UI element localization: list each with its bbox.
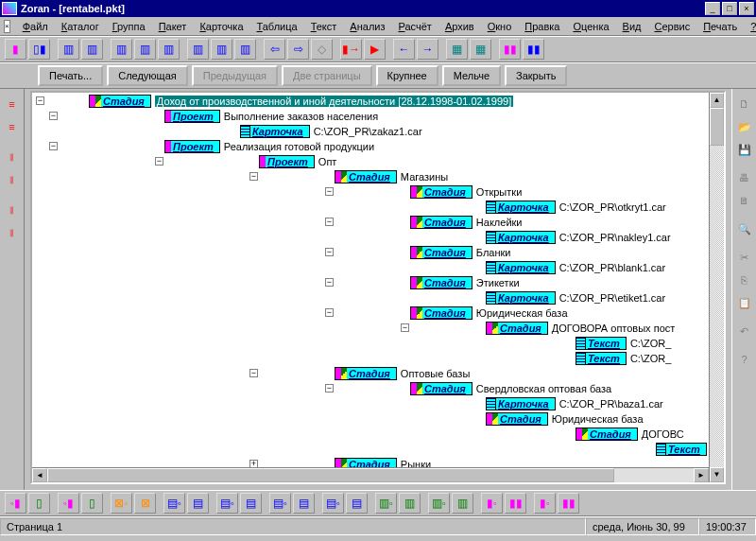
scroll-thumb-h[interactable] xyxy=(47,468,614,482)
bt-2[interactable]: ▯ xyxy=(28,493,50,514)
bt-10[interactable]: ▤ xyxy=(240,493,262,514)
undo-icon[interactable]: ↶ xyxy=(734,321,755,341)
tree-expander[interactable]: − xyxy=(36,96,44,105)
stadia-tag[interactable]: Стадия xyxy=(335,367,397,380)
bt-17[interactable]: ▥◦ xyxy=(428,493,450,514)
toolbar-btn-10[interactable]: ▥ xyxy=(234,39,256,60)
save-icon[interactable]: 💾 xyxy=(734,139,755,160)
print-button[interactable]: Печать... xyxy=(38,65,103,86)
scroll-up-icon[interactable]: ▲ xyxy=(710,93,724,108)
close-preview-button[interactable]: Закрыть xyxy=(505,65,567,86)
left-btn-6[interactable]: ⦀ xyxy=(2,222,23,243)
tree-otkrytki[interactable]: СтадияОткрытки xyxy=(410,185,522,199)
menu-Каталог[interactable]: Каталог xyxy=(55,19,106,34)
toolbar-arrow-right[interactable]: → xyxy=(417,39,438,60)
toolbar-btn-16[interactable]: ▮▮ xyxy=(523,39,544,60)
tree-yurbaza2[interactable]: СтадияЮридическая база xyxy=(486,412,644,426)
tree-sverdl[interactable]: СтадияСвердловская оптовая база xyxy=(410,382,611,395)
stadia-tag[interactable]: Стадия xyxy=(335,170,397,183)
menu-Анализ[interactable]: Анализ xyxy=(343,19,391,34)
stadia-tag[interactable]: Стадия xyxy=(410,216,472,229)
bt-14[interactable]: ▤ xyxy=(346,493,368,514)
tree-n2[interactable]: ПроектРеализация готовой продукции xyxy=(164,140,374,153)
tree-etiketki[interactable]: СтадияЭтикетки xyxy=(410,276,520,289)
tree-expander[interactable]: − xyxy=(249,172,258,181)
tree-n2-1[interactable]: ПроектОпт xyxy=(259,155,336,168)
menu-Архив[interactable]: Архив xyxy=(438,19,481,34)
toolbar-btn-14[interactable]: ▦ xyxy=(470,39,491,60)
scroll-right-icon[interactable]: ► xyxy=(694,468,709,482)
tree-expander[interactable]: − xyxy=(249,369,258,377)
kartochka-tag[interactable]: Карточка xyxy=(486,397,556,410)
minimize-button[interactable]: _ xyxy=(705,2,720,15)
stadia-tag[interactable]: Стадия xyxy=(410,306,472,320)
tree-expander[interactable]: − xyxy=(325,278,334,287)
tree-expander[interactable]: − xyxy=(401,323,409,332)
menu-Правка[interactable]: Правка xyxy=(518,19,566,34)
toolbar-btn-9[interactable]: ▥ xyxy=(211,39,232,60)
copy-icon[interactable]: ⎘ xyxy=(734,270,755,290)
toolbar-nav-next[interactable]: ◇ xyxy=(311,39,333,60)
bt-4[interactable]: ▯ xyxy=(81,493,103,514)
bt-8[interactable]: ▤ xyxy=(187,493,209,514)
zoom-in-button[interactable]: Крупнее xyxy=(376,65,438,86)
bt-1[interactable]: ◦▮ xyxy=(5,493,26,514)
tree-expander[interactable]: − xyxy=(325,308,334,317)
stadia-tag[interactable]: Стадия xyxy=(410,382,472,395)
toolbar-btn-8[interactable]: ▥ xyxy=(187,39,209,60)
bt-21[interactable]: ▮◦ xyxy=(534,493,556,514)
proekt-tag[interactable]: Проект xyxy=(259,155,315,168)
close-button[interactable]: × xyxy=(739,2,754,15)
mdi-control-icon[interactable]: × xyxy=(4,20,10,33)
bt-15[interactable]: ▥◦ xyxy=(375,493,397,514)
proekt-tag[interactable]: Проект xyxy=(164,140,220,153)
toolbar-btn-13[interactable]: ▦ xyxy=(446,39,468,60)
tree-expander[interactable]: − xyxy=(325,384,334,393)
scroll-left-icon[interactable]: ◄ xyxy=(32,468,47,482)
tree-expander[interactable]: − xyxy=(49,112,58,120)
stadia-tag[interactable]: Стадия xyxy=(576,428,638,441)
left-btn-4[interactable]: ⦀ xyxy=(2,169,23,190)
menu-?[interactable]: ? xyxy=(744,19,756,34)
left-btn-1[interactable]: ≡ xyxy=(2,94,23,114)
bt-7[interactable]: ▤◦ xyxy=(163,493,185,514)
tree-expander[interactable]: − xyxy=(155,157,163,166)
find-icon[interactable]: 🔍 xyxy=(734,218,755,239)
menu-Пакет[interactable]: Пакет xyxy=(152,19,194,34)
stadia-tag[interactable]: Стадия xyxy=(410,185,472,199)
menu-Группа[interactable]: Группа xyxy=(106,19,152,34)
tree-otkrytki-k[interactable]: КарточкаC:\ZOR_PR\otkryt1.car xyxy=(486,201,666,214)
toolbar-btn-5[interactable]: ▥ xyxy=(111,39,132,60)
tree-blanki-k[interactable]: КарточкаC:\ZOR_PR\blank1.car xyxy=(486,261,665,274)
menu-Расчёт[interactable]: Расчёт xyxy=(392,19,438,34)
tree-expander[interactable]: − xyxy=(325,187,334,196)
bt-11[interactable]: ▤◦ xyxy=(269,493,291,514)
toolbar-btn-2[interactable]: ▯▮ xyxy=(28,39,50,60)
bt-5[interactable]: ⊠◦ xyxy=(111,493,132,514)
menu-Окно[interactable]: Окно xyxy=(481,19,519,34)
tree-expander[interactable]: − xyxy=(325,248,334,256)
tree-n1k[interactable]: КарточкаC:\ZOR_PR\zakaz1.car xyxy=(240,125,422,138)
toolbar-btn-15[interactable]: ▮▮ xyxy=(499,39,521,60)
menu-Вид[interactable]: Вид xyxy=(616,19,648,34)
bt-13[interactable]: ▤◦ xyxy=(322,493,344,514)
tree-nakleyki[interactable]: СтадияНаклейки xyxy=(410,216,522,229)
toolbar-nav-prev[interactable]: ⇨ xyxy=(287,39,309,60)
tekst-tag[interactable]: Текст xyxy=(656,443,707,456)
tree-blanki[interactable]: СтадияБланки xyxy=(410,246,511,259)
toolbar-btn-3[interactable]: ▥ xyxy=(58,39,79,60)
stadia-tag[interactable]: Стадия xyxy=(410,246,472,259)
tree-nakleyki-k[interactable]: КарточкаC:\ZOR_PR\nakley1.car xyxy=(486,231,671,244)
tree-etiketki-k[interactable]: КарточкаC:\ZOR_PR\etiket1.car xyxy=(486,291,665,305)
toolbar-nav-first[interactable]: ⇦ xyxy=(264,39,285,60)
toolbar-btn-12[interactable]: ▶ xyxy=(364,39,386,60)
tree-n1[interactable]: ПроектВыполнение заказов населения xyxy=(164,110,378,123)
tree-n2-1-1[interactable]: СтадияМагазины xyxy=(335,170,448,183)
toolbar-btn-7[interactable]: ▥ xyxy=(158,39,180,60)
open-file-icon[interactable]: 📂 xyxy=(734,116,755,137)
new-file-icon[interactable]: 🗋 xyxy=(734,94,755,114)
tree-dogovora[interactable]: СтадияДОГОВОРА оптовых пост xyxy=(486,322,675,335)
tree-optbazy[interactable]: СтадияОптовые базы xyxy=(335,367,470,380)
bt-12[interactable]: ▤ xyxy=(293,493,315,514)
help-icon[interactable]: ? xyxy=(734,349,755,370)
